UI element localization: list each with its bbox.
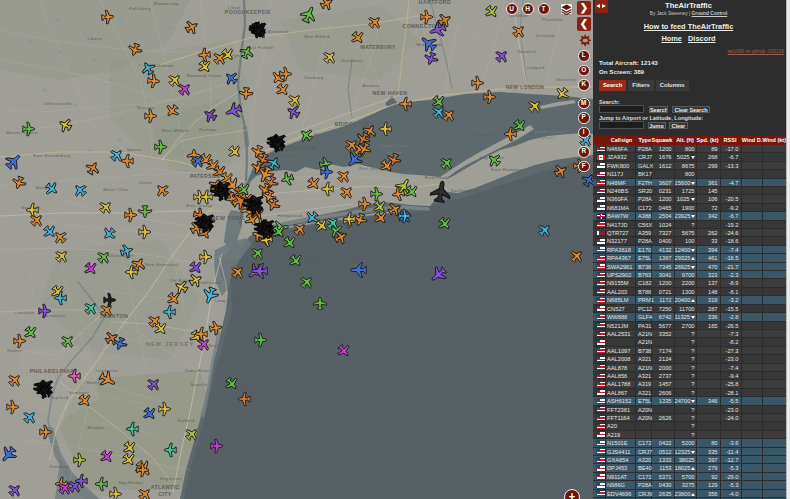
svg-text:Radnor: Radnor [7,348,23,353]
svg-text:WATERBURY: WATERBURY [360,44,396,50]
svg-text:Mount Olive: Mount Olive [103,187,129,192]
svg-text:East Fishkill: East Fishkill [246,45,274,50]
svg-text:Middletown: Middletown [197,280,221,285]
svg-text:NEW HAVEN: NEW HAVEN [373,90,408,96]
svg-text:CITY: CITY [158,491,172,497]
svg-text:East Orange: East Orange [187,203,214,208]
svg-text:Block Island: Block Island [535,129,562,134]
svg-text:Long Branch: Long Branch [215,298,243,303]
svg-text:Fallsburg: Fallsburg [129,6,151,11]
svg-text:Lansdale: Lansdale [15,310,35,315]
svg-text:Stafford: Stafford [177,418,194,423]
svg-text:Dover: Dover [139,180,152,185]
svg-text:New York Bay: New York Bay [214,255,243,259]
svg-text:Brigantine: Brigantine [160,476,182,481]
svg-text:Island Park: Island Park [298,258,322,263]
svg-text:HARTFORD: HARTFORD [419,0,451,5]
svg-text:Riverhead: Riverhead [425,175,448,180]
svg-text:NEW LONDON: NEW LONDON [506,84,545,90]
svg-text:STAMFORD: STAMFORD [286,145,317,151]
svg-text:East Stroudsburg: East Stroudsburg [33,153,70,158]
svg-text:Southampton: Southampton [451,188,479,193]
svg-text:Greenport: Greenport [474,132,496,137]
svg-text:Ansonia: Ansonia [362,83,380,88]
svg-text:Southbury: Southbury [341,58,363,63]
svg-text:Blooming Grove: Blooming Grove [187,73,222,78]
svg-text:Plainfield: Plainfield [542,17,562,22]
svg-text:West Milford: West Milford [162,128,189,133]
svg-text:East Hampton: East Hampton [491,167,523,172]
svg-text:BRIDGEPORT: BRIDGEPORT [335,121,374,127]
svg-text:Norwalk: Norwalk [314,132,332,137]
svg-text:Wawarsing: Wawarsing [153,1,178,6]
svg-text:ATLANTIC: ATLANTIC [151,484,180,490]
svg-text:Hempstead: Hempstead [277,213,302,218]
svg-text:Griswold: Griswold [536,33,555,38]
svg-text:Bayville: Bayville [191,382,208,387]
svg-text:Voorhees: Voorhees [69,390,89,395]
svg-text:Windsor: Windsor [87,425,105,430]
svg-text:Vineland: Vineland [49,464,69,469]
svg-text:Beekman: Beekman [268,29,289,34]
svg-text:Wantage: Wantage [137,105,156,110]
svg-text:Deptford: Deptford [50,395,69,400]
svg-text:New Milford: New Milford [304,34,330,39]
svg-text:Danbury: Danbury [304,75,324,80]
svg-text:NEW YORK: NEW YORK [211,215,245,221]
svg-text:NEW JERSEY: NEW JERSEY [146,341,195,347]
svg-text:Greenwich: Greenwich [273,153,296,158]
svg-text:PHILADELPHIA: PHILADELPHIA [30,368,75,374]
svg-text:Brick: Brick [209,343,220,348]
svg-text:Toms River: Toms River [185,368,210,373]
svg-text:Lumberton: Lumberton [96,368,119,373]
svg-text:Sparta: Sparta [127,147,142,152]
svg-text:Egg Harbor: Egg Harbor [119,480,144,485]
svg-text:Ramapo: Ramapo [199,127,217,132]
svg-text:Jeffersonville: Jeffersonville [44,101,73,106]
svg-text:Mount Pocono: Mount Pocono [6,130,38,135]
svg-text:Long Island: Long Island [380,143,407,148]
svg-text:Liberty: Liberty [88,36,103,41]
svg-text:Ledyard: Ledyard [527,65,544,70]
svg-text:Sound: Sound [541,135,555,140]
svg-text:Norwich: Norwich [518,49,537,54]
svg-text:Hillsborough: Hillsborough [106,253,133,258]
svg-text:New Brunswick: New Brunswick [145,262,179,267]
svg-text:Westerly: Westerly [556,77,576,82]
svg-text:Lloyd: Lloyd [228,5,240,10]
